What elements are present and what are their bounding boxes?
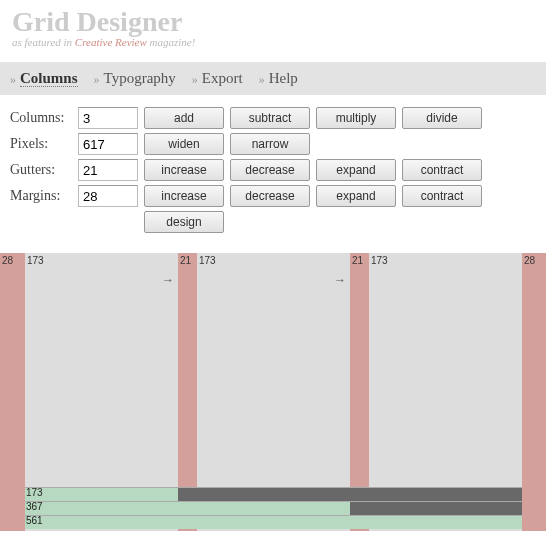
subtract-button[interactable]: subtract — [230, 107, 310, 129]
tab-columns[interactable]: »Columns — [10, 70, 78, 87]
sum-label: 367 — [26, 501, 43, 512]
tab-label: Columns — [20, 70, 78, 87]
tagline-pre: as featured in — [12, 36, 75, 48]
pixels-label: Pixels: — [10, 136, 72, 152]
chevron-right-icon: » — [94, 72, 100, 86]
narrow-button[interactable]: narrow — [230, 133, 310, 155]
tab-typography[interactable]: »Typography — [94, 70, 176, 87]
gutter-expand-button[interactable]: expand — [316, 159, 396, 181]
tab-label: Help — [269, 70, 298, 86]
chevron-right-icon: » — [192, 72, 198, 86]
gutter-width-label: 21 — [180, 255, 191, 266]
chevron-right-icon: » — [10, 72, 16, 86]
margin-increase-button[interactable]: increase — [144, 185, 224, 207]
column-width-label: 173 — [27, 255, 44, 266]
sum-bar-3: 561 — [0, 515, 546, 529]
sum-bar-2: 367 — [0, 501, 546, 515]
sum-label: 561 — [26, 515, 43, 526]
arrow-right-icon: → — [334, 273, 346, 287]
gutter-contract-button[interactable]: contract — [402, 159, 482, 181]
column-width-label: 173 — [199, 255, 216, 266]
margins-input[interactable] — [78, 185, 138, 207]
gutters-input[interactable] — [78, 159, 138, 181]
design-button[interactable]: design — [144, 211, 224, 233]
tab-label: Typography — [104, 70, 176, 86]
widen-button[interactable]: widen — [144, 133, 224, 155]
controls-panel: Columns: add subtract multiply divide Pi… — [0, 95, 546, 245]
chevron-right-icon: » — [259, 72, 265, 86]
margin-contract-button[interactable]: contract — [402, 185, 482, 207]
gutter-width-label: 21 — [352, 255, 363, 266]
grid-preview: 28 173 → 21 173 → 21 173 28 173 367 561 — [0, 253, 546, 531]
arrow-right-icon: → — [162, 273, 174, 287]
margins-label: Margins: — [10, 188, 72, 204]
sum-bar-1: 173 — [0, 487, 546, 501]
margin-width-label: 28 — [2, 255, 13, 266]
column-width-label: 173 — [371, 255, 388, 266]
divide-button[interactable]: divide — [402, 107, 482, 129]
pixels-input[interactable] — [78, 133, 138, 155]
columns-label: Columns: — [10, 110, 72, 126]
tab-help[interactable]: »Help — [259, 70, 298, 87]
tab-export[interactable]: »Export — [192, 70, 243, 87]
gutter-increase-button[interactable]: increase — [144, 159, 224, 181]
margin-decrease-button[interactable]: decrease — [230, 185, 310, 207]
add-button[interactable]: add — [144, 107, 224, 129]
tagline-post: magazine! — [147, 36, 196, 48]
columns-input[interactable] — [78, 107, 138, 129]
gutter-decrease-button[interactable]: decrease — [230, 159, 310, 181]
nav-bar: »Columns »Typography »Export »Help — [0, 62, 546, 95]
tagline: as featured in Creative Review magazine! — [12, 36, 534, 48]
tagline-magazine: Creative Review — [75, 36, 147, 48]
multiply-button[interactable]: multiply — [316, 107, 396, 129]
margin-width-label: 28 — [524, 255, 535, 266]
gutters-label: Gutters: — [10, 162, 72, 178]
app-title: Grid Designer — [12, 6, 534, 38]
margin-expand-button[interactable]: expand — [316, 185, 396, 207]
sum-label: 173 — [26, 487, 43, 498]
tab-label: Export — [202, 70, 243, 86]
